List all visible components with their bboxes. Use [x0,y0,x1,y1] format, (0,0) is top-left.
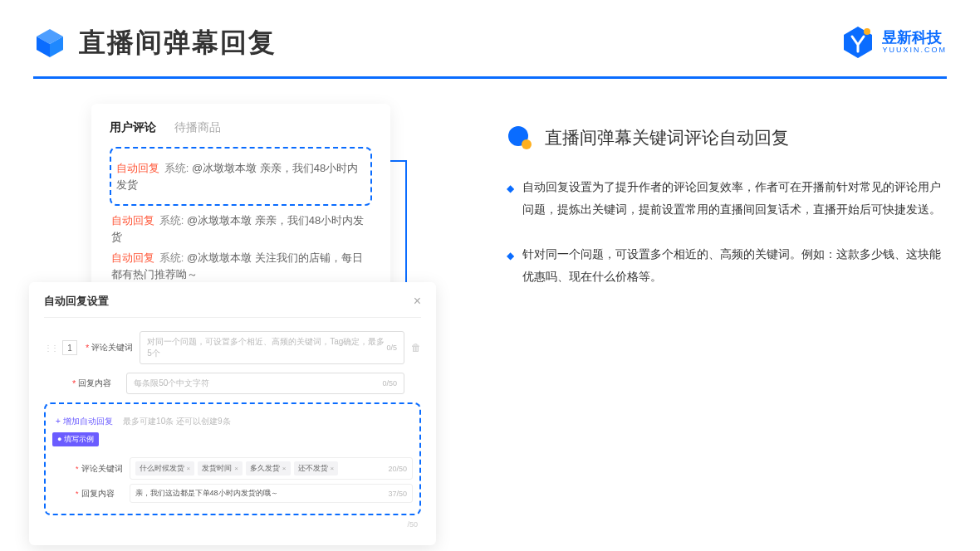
ex-keywords-input[interactable]: 什么时候发货×发货时间×多久发货×还不发货× 20/50 [130,457,413,480]
keyword-tag[interactable]: 什么时候发货× [135,461,195,475]
example-badge: ● 填写示例 [52,432,99,446]
add-hint: 最多可建10条 还可以创建9条 [123,417,230,426]
outer-counter: /50 [44,520,421,529]
close-icon[interactable]: × [414,294,421,309]
diamond-icon: ◆ [507,179,514,220]
comments-panel: 用户评论 待播商品 自动回复 系统: @冰墩墩本墩 亲亲，我们48小时内发货 自… [91,104,390,304]
example-section: + 增加自动回复 最多可建10条 还可以创建9条 ● 填写示例 * 评论关键词 … [44,402,421,515]
auto-reply-badge: 自动回复 [116,162,159,174]
keywords-label: 评论关键词 [91,342,135,354]
tag-remove-icon[interactable]: × [187,465,191,472]
row-number: 1 [62,340,77,355]
ex-keywords-label: 评论关键词 [81,463,125,475]
tab-pending-goods[interactable]: 待播商品 [174,120,221,135]
drag-handle-icon[interactable]: ⋮⋮ [44,344,57,353]
keywords-input[interactable]: 对同一个问题，可设置多个相近、高频的关键词，Tag确定，最多5个 0/5 [140,331,404,364]
keyword-tag[interactable]: 发货时间× [198,461,243,475]
svg-point-5 [522,139,532,149]
cube-icon [33,27,66,60]
required-icon: * [86,343,89,353]
auto-reply-settings-modal: 自动回复设置 × ⋮⋮ 1 * 评论关键词 对同一个问题，可设置多个相近、高频的… [29,282,436,545]
content-input[interactable]: 每条限50个中文字符 0/50 [126,373,404,394]
bullet-item: ◆ 针对同一个问题，可设置多个相近的、高频的关键词。例如：这款多少钱、这块能优惠… [507,243,947,287]
tag-remove-icon[interactable]: × [282,465,287,472]
content-label: 回复内容 [78,378,121,389]
comment-item: 自动回复 系统: @冰墩墩本墩 关注我们的店铺，每日都有热门推荐呦～ [111,250,370,282]
highlighted-comment: 自动回复 系统: @冰墩墩本墩 亲亲，我们48小时内发货 [110,147,372,206]
modal-title: 自动回复设置 [44,294,109,309]
tag-remove-icon[interactable]: × [234,465,238,472]
diamond-icon: ◆ [507,246,514,287]
add-auto-reply-link[interactable]: + 增加自动回复 [56,417,113,426]
keyword-tag[interactable]: 还不发货× [294,461,339,475]
chat-bubble-icon [507,124,533,151]
brand-sub: YUUXIN.COM [882,46,947,55]
bullet-item: ◆ 自动回复设置为了提升作者的评论回复效率，作者可在开播前针对常见的评论用户问题… [507,176,947,220]
tab-user-comments[interactable]: 用户评论 [110,120,156,135]
keyword-tag[interactable]: 多久发货× [246,461,291,475]
required-icon: * [72,378,76,388]
section-title: 直播间弹幕关键词评论自动回复 [545,126,789,149]
page-title: 直播间弹幕回复 [79,25,277,61]
tag-remove-icon[interactable]: × [331,465,335,472]
brand-name: 昱新科技 [882,30,947,46]
brand-logo: 昱新科技 YUUXIN.COM [840,25,947,60]
delete-icon[interactable]: 🗑 [411,342,421,354]
ex-content-label: 回复内容 [81,488,125,500]
ex-content-input[interactable]: 亲，我们这边都是下单48小时内发货的哦～ 37/50 [130,484,413,503]
required-icon: * [76,490,79,498]
svg-point-3 [864,28,870,35]
comment-item: 自动回复 系统: @冰墩墩本墩 亲亲，我们48小时内发货 [111,212,370,245]
required-icon: * [76,465,79,473]
